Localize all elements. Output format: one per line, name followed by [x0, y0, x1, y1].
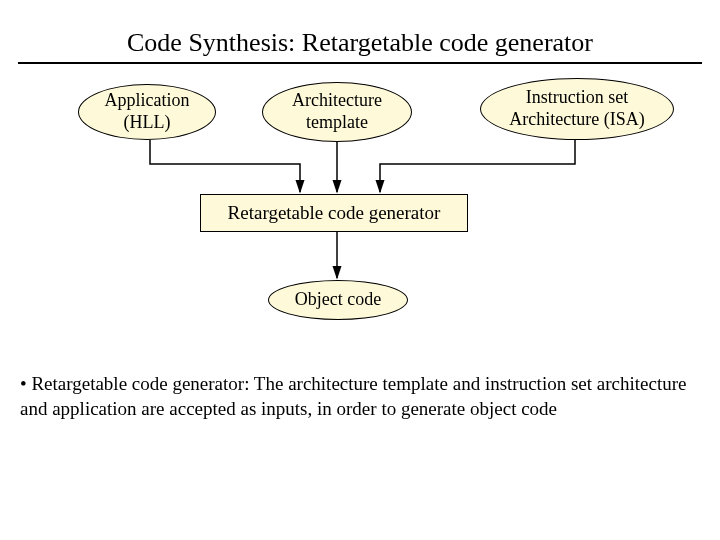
node-architecture-label: Architecture template	[292, 90, 382, 133]
diagram-canvas: Application (HLL) Architecture template …	[0, 64, 720, 364]
page-title: Code Synthesis: Retargetable code genera…	[0, 0, 720, 58]
node-isa: Instruction set Architecture (ISA)	[480, 78, 674, 140]
node-architecture: Architecture template	[262, 82, 412, 142]
node-generator: Retargetable code generator	[200, 194, 468, 232]
node-object-code-label: Object code	[295, 289, 381, 311]
node-generator-label: Retargetable code generator	[228, 202, 441, 224]
node-isa-label: Instruction set Architecture (ISA)	[509, 87, 644, 130]
node-object-code: Object code	[268, 280, 408, 320]
node-application: Application (HLL)	[78, 84, 216, 140]
node-application-label: Application (HLL)	[105, 90, 190, 133]
description-bullet: • Retargetable code generator: The archi…	[0, 364, 720, 421]
